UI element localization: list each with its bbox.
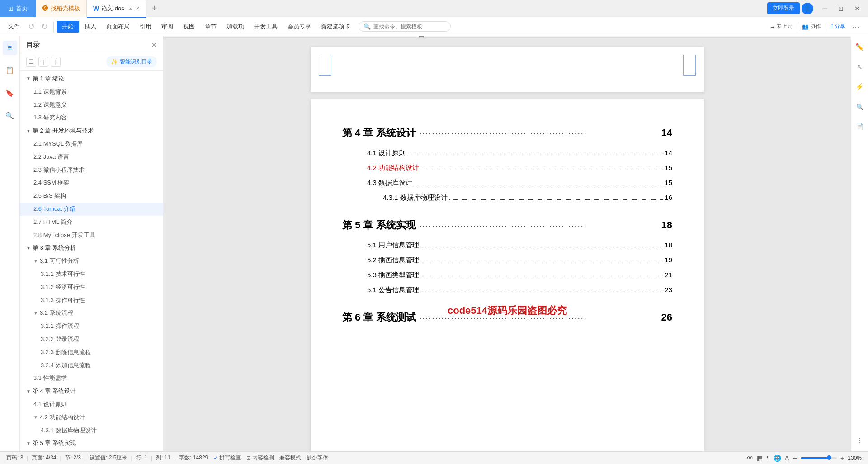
left-sidebar: ≡ 📋 🔖 🔍 — [0, 36, 20, 451]
entry-4-3-1-title: 4.3.1 数据库物理设计 — [383, 194, 448, 202]
more-tools-btn[interactable]: ⋯ — [850, 22, 862, 32]
redo-btn[interactable]: ↻ — [38, 20, 51, 33]
tab-restore-icon[interactable]: ⊡ — [128, 5, 132, 11]
sidebar-file-icon[interactable]: 📋 — [3, 63, 17, 78]
addon-menu[interactable]: 加载项 — [222, 21, 249, 33]
template-icon: 🅢 — [42, 5, 48, 12]
zoom-in-btn[interactable]: + — [840, 455, 844, 462]
toc-item-ch5[interactable]: ▼ 第 5 章 系统实现 — [20, 437, 163, 450]
reference-menu[interactable]: 引用 — [135, 21, 156, 33]
toc-check-all[interactable]: ☐ — [26, 57, 36, 67]
toc-item-ch2[interactable]: ▼ 第 2 章 开发环境与技术 — [20, 124, 163, 137]
right-edit-icon[interactable]: ✏️ — [854, 41, 866, 53]
right-cursor-icon[interactable]: ↖ — [854, 61, 866, 73]
content-check-btn[interactable]: ⊡ 内容检测 — [246, 454, 274, 462]
tab-add-button[interactable]: + — [146, 0, 163, 17]
font-icon[interactable]: A — [785, 455, 789, 462]
toc-item-4-3-1[interactable]: 4.3.1 数据库物理设计 — [20, 424, 163, 437]
toc-item-1-1[interactable]: 1.1 课题背景 — [20, 85, 163, 99]
layout-icon[interactable]: ▦ — [757, 455, 763, 462]
sidebar-toc-icon[interactable]: ≡ — [3, 41, 17, 55]
toc-item-2-6[interactable]: 2.6 Tomcat 介绍 — [20, 203, 163, 216]
user-avatar[interactable]: 👤 — [802, 3, 813, 14]
share-btn[interactable]: ⤴ 分享 — [830, 23, 845, 30]
start-menu[interactable]: 开始 — [57, 21, 79, 33]
toc-item-2-5[interactable]: 2.5 B/S 架构 — [20, 189, 163, 203]
search-box[interactable]: 🔍 — [359, 21, 451, 32]
win-restore-btn[interactable]: ⊡ — [834, 5, 848, 12]
toc-item-3-2-4[interactable]: 3.2.4 添加信息流程 — [20, 359, 163, 372]
developer-menu[interactable]: 开发工具 — [250, 21, 282, 33]
toc-item-3-2[interactable]: ▼ 3.2 系统流程 — [20, 307, 163, 320]
toc-item-2-7[interactable]: 2.7 HTML 简介 — [20, 216, 163, 229]
toc-expand-btn[interactable]: ] — [51, 57, 61, 67]
globe-icon[interactable]: 🌐 — [774, 455, 781, 462]
right-doc-icon[interactable]: 📄 — [854, 120, 866, 133]
chapter-menu[interactable]: 章节 — [200, 21, 221, 33]
sidebar-bookmark-icon[interactable]: 🔖 — [3, 86, 17, 100]
toc-item-2-1[interactable]: 2.1 MYSQL 数据库 — [20, 137, 163, 151]
toc-item-3-2-2[interactable]: 3.2.2 登录流程 — [20, 333, 163, 346]
doc-area: L 4 3 2 1 | 1 2 3 4 5 6 7 8 9 10 11 12 1… — [164, 36, 851, 451]
eye-icon[interactable]: 👁 — [747, 455, 753, 462]
ruler-lock-icon — [419, 36, 424, 37]
collab-btn[interactable]: 👥 协作 — [802, 23, 821, 30]
missing-font-btn[interactable]: 缺少字体 — [307, 454, 328, 462]
toc-item-2-8[interactable]: 2.8 MyEclipse 开发工具 — [20, 229, 163, 242]
zoom-level[interactable]: 130% — [848, 455, 862, 461]
spell-check-btn[interactable]: ✓ 拼写检查 — [213, 454, 241, 462]
tab-doc[interactable]: W 论文.doc ⊡ ✕ — [87, 0, 146, 18]
toc-item-3-3[interactable]: 3.3 性能需求 — [20, 372, 163, 385]
layout-menu[interactable]: 页面布局 — [102, 21, 134, 33]
toc-item-2-2[interactable]: 2.2 Java 语言 — [20, 151, 163, 164]
toc-item-3-1-2[interactable]: 3.1.2 经济可行性 — [20, 281, 163, 294]
tab-close-icon[interactable]: ✕ — [136, 5, 140, 11]
tab-template[interactable]: 🅢 找稻壳模板 — [36, 0, 87, 17]
insert-menu[interactable]: 插入 — [80, 21, 101, 33]
cloud-btn[interactable]: ☁ 未上云 — [769, 23, 793, 30]
toc-item-3-2-1[interactable]: 3.2.1 操作流程 — [20, 320, 163, 333]
compat-btn[interactable]: 兼容模式 — [279, 454, 301, 462]
search-input[interactable] — [373, 24, 446, 30]
paragraph-icon[interactable]: ¶ — [766, 455, 770, 462]
right-tool3-icon[interactable]: ⚡ — [854, 80, 866, 93]
newtab-menu[interactable]: 新建选项卡 — [316, 21, 355, 33]
toc-item-3-1-3[interactable]: 3.1.3 操作可行性 — [20, 294, 163, 307]
toc-item-1-3[interactable]: 1.3 研究内容 — [20, 111, 163, 124]
zoom-slider[interactable] — [801, 457, 837, 459]
toc-close-btn[interactable]: ✕ — [151, 41, 157, 49]
entry-4-3-page: 15 — [665, 179, 672, 186]
toc-item-5-1[interactable]: 5.1 用户信息管理 — [20, 450, 163, 451]
toc-collapse-btn[interactable]: [ — [38, 57, 48, 67]
install-btn[interactable]: 立即登录 — [767, 2, 800, 14]
right-search-icon[interactable]: 🔍 — [854, 100, 866, 113]
win-close-btn[interactable]: ✕ — [850, 5, 864, 12]
review-menu[interactable]: 审阅 — [157, 21, 178, 33]
toc-item-4-2[interactable]: ▼ 4.2 功能结构设计 — [20, 411, 163, 424]
toc-item-2-4[interactable]: 2.4 SSM 框架 — [20, 176, 163, 189]
tab-home[interactable]: ⊞ 首页 — [0, 0, 36, 17]
toc-item-3-1[interactable]: ▼ 3.1 可行性分析 — [20, 255, 163, 268]
toc-item-3-2-3[interactable]: 3.2.3 删除信息流程 — [20, 346, 163, 359]
file-menu[interactable]: 文件 — [4, 21, 24, 33]
vip-menu[interactable]: 会员专享 — [283, 21, 316, 33]
toc-item-4-1[interactable]: 4.1 设计原则 — [20, 398, 163, 411]
page-container: code514源码乐园盗图必究 第 4 章 系统设计 ·············… — [164, 38, 851, 451]
chapter4-heading: 第 4 章 系统设计 ·····························… — [342, 126, 672, 140]
win-minimize-btn[interactable]: ─ — [818, 5, 832, 13]
entry-5-1-page: 18 — [665, 241, 672, 249]
ai-toc-btn[interactable]: ✨ 智能识别目录 — [106, 56, 157, 67]
toc-item-1-2[interactable]: 1.2 课题意义 — [20, 99, 163, 112]
toc-item-ch3[interactable]: ▼ 第 3 章 系统分析 — [20, 241, 163, 255]
toc-item-ch1[interactable]: ▼ 第 1 章 绪论 — [20, 72, 163, 85]
toc-item-2-3[interactable]: 2.3 微信小程序技术 — [20, 164, 163, 177]
right-expand-icon[interactable]: ⋮ — [854, 434, 866, 447]
tab-template-label: 找稻壳模板 — [51, 5, 80, 13]
undo-btn[interactable]: ↺ — [25, 20, 38, 33]
toc-item-ch4[interactable]: ▼ 第 4 章 系统设计 — [20, 385, 163, 398]
zoom-out-btn[interactable]: ─ — [793, 455, 797, 462]
sidebar-search-icon[interactable]: 🔍 — [3, 109, 17, 123]
view-menu[interactable]: 视图 — [179, 21, 199, 33]
right-panel: ✏️ ↖ ⚡ 🔍 📄 ⋮ — [851, 36, 868, 451]
toc-item-3-1-1[interactable]: 3.1.1 技术可行性 — [20, 268, 163, 281]
